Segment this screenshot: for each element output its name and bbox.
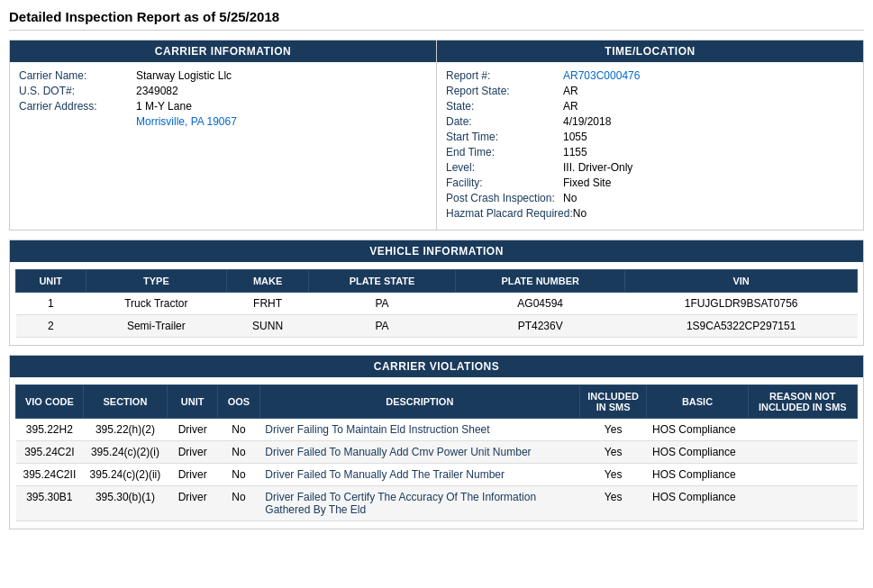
vio-unit: Driver: [168, 419, 218, 441]
vio-included-sms: Yes: [579, 464, 647, 486]
vehicle-col-type: TYPE: [86, 270, 227, 293]
vio-code: 395.22H2: [16, 419, 84, 441]
address-label: Carrier Address:: [19, 100, 136, 113]
vio-oos: No: [218, 464, 260, 486]
level-label: Level:: [446, 161, 563, 174]
vio-reason: [748, 486, 857, 521]
vehicle-make: FRHT: [227, 293, 309, 315]
vehicle-vin: 1FUJGLDR9BSAT0756: [625, 293, 858, 315]
start-time-row: Start Time: 1055: [446, 131, 854, 143]
vio-col-basic: BASIC: [647, 385, 748, 419]
vehicle-unit: 2: [16, 315, 86, 338]
vehicle-type: Semi-Trailer: [86, 315, 227, 338]
violations-header: CARRIER VIOLATIONS: [10, 356, 863, 377]
vehicle-plate-state: PA: [309, 315, 456, 338]
start-time-value: 1055: [563, 131, 587, 143]
dot-label: U.S. DOT#:: [19, 85, 136, 97]
vio-col-code: VIO CODE: [16, 385, 84, 419]
vio-section: 395.24(c)(2)(ii): [83, 464, 167, 486]
end-time-label: End Time:: [446, 146, 563, 158]
hazmat-value: No: [573, 207, 587, 220]
report-state-value: AR: [563, 85, 578, 97]
date-row: Date: 4/19/2018: [446, 115, 854, 128]
vio-reason: [748, 464, 857, 486]
vehicle-col-plate-state: PLATE STATE: [309, 270, 456, 293]
report-num-label: Report #:: [446, 69, 563, 82]
vio-section: 395.30(b)(1): [83, 486, 167, 521]
vio-section: 395.24(c)(2)(i): [83, 441, 167, 464]
post-crash-row: Post Crash Inspection: No: [446, 192, 854, 204]
report-state-row: Report State: AR: [446, 85, 854, 97]
vio-basic: HOS Compliance: [647, 486, 748, 521]
vehicle-plate-state: PA: [309, 293, 456, 315]
state-label: State:: [446, 100, 563, 113]
end-time-value: 1155: [563, 146, 587, 158]
vio-section: 395.22(h)(2): [83, 419, 167, 441]
start-time-label: Start Time:: [446, 131, 563, 143]
table-row: 395.24C2II 395.24(c)(2)(ii) Driver No Dr…: [16, 464, 858, 486]
vio-included-sms: Yes: [579, 419, 647, 441]
carrier-info-header: CARRIER INFORMATION: [10, 41, 436, 62]
vio-description: Driver Failed To Manually Add Cmv Power …: [259, 441, 579, 464]
vehicle-type: Truck Tractor: [86, 293, 227, 315]
post-crash-label: Post Crash Inspection:: [446, 192, 563, 204]
vehicle-col-plate-number: PLATE NUMBER: [456, 270, 625, 293]
table-row: 395.30B1 395.30(b)(1) Driver No Driver F…: [16, 486, 858, 521]
vio-included-sms: Yes: [579, 441, 647, 464]
time-location-header: TIME/LOCATION: [437, 41, 863, 62]
vehicle-col-vin: VIN: [625, 270, 858, 293]
facility-label: Facility:: [446, 176, 563, 189]
vio-oos: No: [218, 441, 260, 464]
vehicle-section: VEHICLE INFORMATION UNIT TYPE MAKE PLATE…: [9, 240, 864, 346]
address-line2[interactable]: Morrisville, PA 19067: [136, 115, 237, 128]
vio-included-sms: Yes: [579, 486, 647, 521]
vio-code: 395.24C2I: [16, 441, 84, 464]
vio-col-unit: UNIT: [168, 385, 218, 419]
vio-unit: Driver: [168, 441, 218, 464]
vehicle-table: UNIT TYPE MAKE PLATE STATE PLATE NUMBER …: [15, 269, 858, 338]
address-row: Carrier Address: 1 M-Y Lane: [19, 100, 427, 113]
table-row: 1 Truck Tractor FRHT PA AG04594 1FUJGLDR…: [16, 293, 858, 315]
vio-reason: [748, 441, 857, 464]
violations-table: VIO CODE SECTION UNIT OOS DESCRIPTION IN…: [15, 384, 858, 521]
hazmat-row: Hazmat Placard Required: No: [446, 207, 854, 220]
table-row: 395.22H2 395.22(h)(2) Driver No Driver F…: [16, 419, 858, 441]
report-num-value[interactable]: AR703C000476: [563, 69, 640, 82]
facility-row: Facility: Fixed Site: [446, 176, 854, 189]
vio-description: Driver Failed To Certify The Accuracy Of…: [259, 486, 579, 521]
carrier-name-value: Starway Logistic Llc: [136, 69, 232, 82]
address-line1: 1 M-Y Lane: [136, 100, 192, 113]
time-location-fields: Report #: AR703C000476 Report State: AR …: [437, 62, 863, 230]
date-label: Date:: [446, 115, 563, 128]
vehicle-unit: 1: [16, 293, 86, 315]
vio-description: Driver Failed To Manually Add The Traile…: [259, 464, 579, 486]
page-title: Detailed Inspection Report as of 5/25/20…: [9, 9, 864, 31]
vehicle-make: SUNN: [227, 315, 309, 338]
carrier-name-row: Carrier Name: Starway Logistic Llc: [19, 69, 427, 82]
vio-basic: HOS Compliance: [647, 419, 748, 441]
post-crash-value: No: [563, 192, 577, 204]
vehicle-vin: 1S9CA5322CP297151: [625, 315, 858, 338]
vehicle-col-make: MAKE: [227, 270, 309, 293]
end-time-row: End Time: 1155: [446, 146, 854, 158]
table-row: 2 Semi-Trailer SUNN PA PT4236V 1S9CA5322…: [16, 315, 858, 338]
vehicle-col-unit: UNIT: [16, 270, 86, 293]
vio-col-reason: REASON NOT INCLUDED IN SMS: [748, 385, 857, 419]
vio-col-oos: OOS: [218, 385, 260, 419]
vio-basic: HOS Compliance: [647, 441, 748, 464]
table-row: 395.24C2I 395.24(c)(2)(i) Driver No Driv…: [16, 441, 858, 464]
vio-col-section: SECTION: [83, 385, 167, 419]
vio-unit: Driver: [168, 464, 218, 486]
vio-basic: HOS Compliance: [647, 464, 748, 486]
carrier-name-label: Carrier Name:: [19, 69, 136, 82]
level-value: III. Driver-Only: [563, 161, 632, 174]
vio-reason: [748, 419, 857, 441]
dot-value: 2349082: [136, 85, 178, 97]
vio-description: Driver Failing To Maintain Eld Instructi…: [259, 419, 579, 441]
state-row: State: AR: [446, 100, 854, 113]
level-row: Level: III. Driver-Only: [446, 161, 854, 174]
vehicle-plate-number: PT4236V: [456, 315, 625, 338]
date-value: 4/19/2018: [563, 115, 611, 128]
report-state-label: Report State:: [446, 85, 563, 97]
carrier-time-section: CARRIER INFORMATION Carrier Name: Starwa…: [9, 40, 864, 231]
